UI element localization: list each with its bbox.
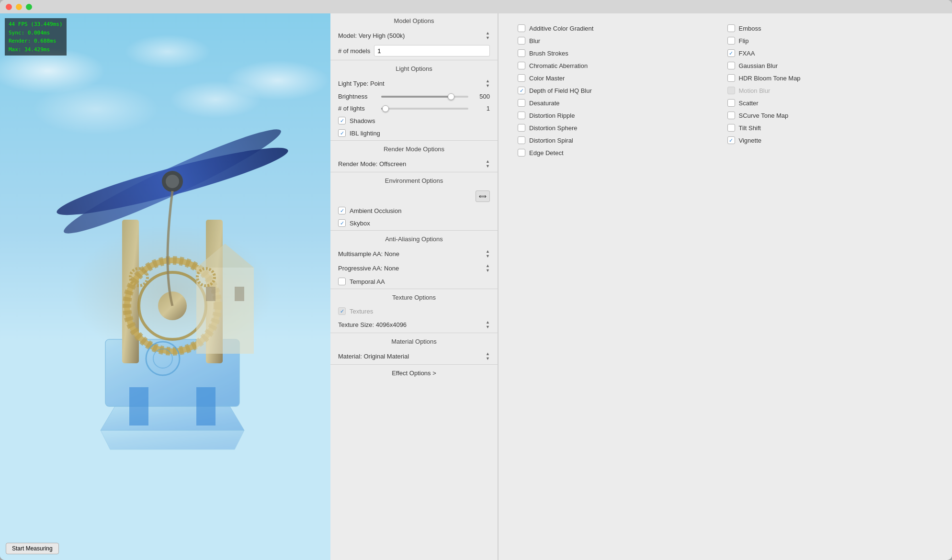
textures-row: Textures xyxy=(330,305,498,317)
start-measuring-button[interactable]: Start Measuring xyxy=(6,543,59,554)
effect-checkbox-edge-detect[interactable] xyxy=(518,149,525,157)
material-options-header: Material Options xyxy=(330,334,498,349)
anti-aliasing-header: Anti-Aliasing Options xyxy=(330,232,498,246)
effect-checkbox-tilt-shift[interactable] xyxy=(727,124,735,132)
texture-size-stepper[interactable] xyxy=(486,320,490,329)
num-models-input[interactable] xyxy=(374,45,490,56)
effect-checkbox-color-master[interactable] xyxy=(518,74,525,82)
progressive-stepper[interactable] xyxy=(486,263,490,273)
ibl-checkbox[interactable] xyxy=(338,129,346,137)
num-lights-track[interactable] xyxy=(381,108,468,110)
effect-checkbox-brush-strokes[interactable] xyxy=(518,49,525,57)
ibl-label: IBL lighting xyxy=(350,130,380,137)
progressive-label: Progressive AA: None xyxy=(338,265,399,272)
environment-expand-button[interactable]: ⟺ xyxy=(476,190,490,202)
sync-text: Sync: 0.004ms xyxy=(9,29,63,37)
fps-overlay: 44 FPS (33.449ms) Sync: 0.004ms Render: … xyxy=(5,18,67,56)
effect-label-depth-of-field-hq-blur: Depth of Field HQ Blur xyxy=(529,87,592,94)
close-button[interactable] xyxy=(6,4,12,10)
effect-checkbox-fxaa[interactable] xyxy=(727,49,735,57)
model-type-stepper[interactable] xyxy=(486,31,490,40)
skybox-label: Skybox xyxy=(350,220,370,227)
light-type-stepper[interactable] xyxy=(486,78,490,88)
effect-item-motion-blur: Motion Blur xyxy=(725,84,935,97)
effect-item-additive-color-gradient: Additive Color Gradient xyxy=(516,22,725,34)
skybox-checkbox[interactable] xyxy=(338,219,346,227)
effect-item-tilt-shift: Tilt Shift xyxy=(725,122,935,134)
effect-label-tilt-shift: Tilt Shift xyxy=(739,124,761,132)
effect-options-link[interactable]: Effect Options > xyxy=(330,366,498,381)
effect-label-chromatic-aberration: Chromatic Aberration xyxy=(529,62,588,69)
model-type-row: Model: Very High (500k) xyxy=(330,28,498,43)
shadows-row: Shadows xyxy=(330,114,498,127)
brightness-label: Brightness xyxy=(338,93,376,100)
svg-rect-15 xyxy=(196,268,254,354)
effect-label-motion-blur: Motion Blur xyxy=(739,87,771,94)
effect-checkbox-distortion-spiral[interactable] xyxy=(518,136,525,144)
texture-size-label: Texture Size: 4096x4096 xyxy=(338,321,407,328)
effect-label-additive-color-gradient: Additive Color Gradient xyxy=(529,25,593,32)
effect-item-distortion-ripple: Distortion Ripple xyxy=(516,109,725,122)
ibl-row: IBL lighting xyxy=(330,127,498,139)
effect-item-distortion-spiral: Distortion Spiral xyxy=(516,134,725,146)
effect-checkbox-distortion-sphere[interactable] xyxy=(518,124,525,132)
effect-item-vignette: Vignette xyxy=(725,134,935,146)
effect-checkbox-vignette[interactable] xyxy=(727,136,735,144)
shadows-checkbox[interactable] xyxy=(338,117,346,124)
material-row: Material: Original Material xyxy=(330,349,498,363)
effect-checkbox-flip[interactable] xyxy=(727,37,735,45)
env-dropdown-row: ⟺ xyxy=(330,188,498,204)
render-mode-stepper[interactable] xyxy=(486,159,490,168)
render-mode-row: Render Mode: Offscreen xyxy=(330,157,498,171)
effect-item-scurve-tone-map: SCurve Tone Map xyxy=(725,109,935,122)
num-models-label: # of models xyxy=(338,47,370,55)
effect-checkbox-additive-color-gradient[interactable] xyxy=(518,24,525,32)
effect-checkbox-gaussian-blur[interactable] xyxy=(727,62,735,69)
maximize-button[interactable] xyxy=(26,4,32,10)
effect-checkbox-scurve-tone-map[interactable] xyxy=(727,112,735,119)
effect-checkbox-depth-of-field-hq-blur[interactable] xyxy=(518,87,525,94)
brightness-row: Brightness 500 xyxy=(330,90,498,102)
effect-checkbox-scatter[interactable] xyxy=(727,99,735,107)
viewport: 44 FPS (33.449ms) Sync: 0.004ms Render: … xyxy=(0,13,330,560)
title-bar xyxy=(0,0,952,13)
light-options-header: Light Options xyxy=(330,61,498,76)
effect-item-fxaa: FXAA xyxy=(725,47,935,59)
model-viewport xyxy=(24,61,321,522)
effect-item-chromatic-aberration: Chromatic Aberration xyxy=(516,59,725,72)
effects-panel: Additive Color GradientEmbossBlurFlipBru… xyxy=(499,13,952,560)
effect-checkbox-hdr-bloom-tone-map[interactable] xyxy=(727,74,735,82)
ambient-occlusion-checkbox[interactable] xyxy=(338,207,346,214)
minimize-button[interactable] xyxy=(16,4,22,10)
panels-container: Model Options Model: Very High (500k) # … xyxy=(330,13,952,560)
model-svg xyxy=(29,124,316,459)
svg-marker-16 xyxy=(196,244,254,268)
render-mode-label: Render Mode: Offscreen xyxy=(338,160,406,168)
effect-label-emboss: Emboss xyxy=(739,25,761,32)
effect-label-fxaa: FXAA xyxy=(739,50,755,57)
effect-checkbox-distortion-ripple[interactable] xyxy=(518,112,525,119)
multisample-stepper[interactable] xyxy=(486,249,490,258)
render-mode-header: Render Mode Options xyxy=(330,142,498,157)
options-panel: Model Options Model: Very High (500k) # … xyxy=(330,13,498,560)
effect-checkbox-chromatic-aberration[interactable] xyxy=(518,62,525,69)
temporal-aa-checkbox[interactable] xyxy=(338,278,346,285)
num-lights-value: 1 xyxy=(473,105,490,112)
effect-checkbox-blur[interactable] xyxy=(518,37,525,45)
brightness-value: 500 xyxy=(473,93,490,100)
effect-item-blur: Blur xyxy=(516,34,725,47)
effect-item-emboss: Emboss xyxy=(725,22,935,34)
svg-point-3 xyxy=(166,175,179,188)
effect-checkbox-emboss[interactable] xyxy=(727,24,735,32)
ambient-occlusion-label: Ambient Occlusion xyxy=(350,207,401,214)
material-stepper[interactable] xyxy=(486,351,490,361)
effect-checkbox-desaturate[interactable] xyxy=(518,99,525,107)
effect-label-distortion-ripple: Distortion Ripple xyxy=(529,112,575,119)
effect-item-color-master: Color Master xyxy=(516,72,725,84)
effect-label-vignette: Vignette xyxy=(739,137,761,144)
effect-item-hdr-bloom-tone-map: HDR Bloom Tone Map xyxy=(725,72,935,84)
effect-item-edge-detect: Edge Detect xyxy=(516,146,725,159)
svg-marker-11 xyxy=(101,406,244,430)
effect-item-scatter: Scatter xyxy=(725,97,935,109)
brightness-track[interactable] xyxy=(381,96,468,98)
